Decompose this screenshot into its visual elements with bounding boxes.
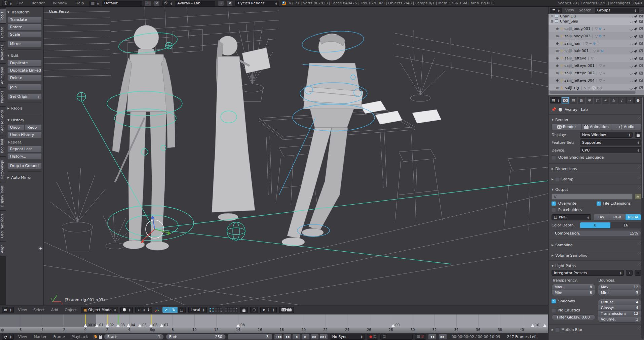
tab-retopology[interactable]: Retopology <box>0 157 6 182</box>
selectability-icon[interactable] <box>634 56 638 60</box>
expand-icon[interactable]: ⊕ <box>556 42 560 45</box>
stamp-checkbox[interactable] <box>555 177 560 181</box>
jump-prev-marker-button[interactable]: ◀◀ <box>428 334 437 340</box>
magnet-icon[interactable]: ∩ <box>263 308 266 312</box>
properties-scrollbar[interactable] <box>641 97 644 339</box>
armature-data-icon[interactable]: ♙ <box>588 86 591 90</box>
visibility-icon[interactable]: ◡ <box>630 86 633 90</box>
expand-icon[interactable]: ⊕ <box>556 64 560 68</box>
collapse-icon[interactable]: ⊖ <box>551 19 555 23</box>
mesh-data-icon[interactable]: ▽ <box>593 49 596 53</box>
outliner-row[interactable]: ⊕♙ saiji_rig| ∿♙♙◇◇ ◡ <box>548 84 644 90</box>
render-visibility-icon[interactable] <box>639 57 643 60</box>
screen-layout-name[interactable]: Default <box>102 1 142 6</box>
stamp-panel-header[interactable]: ▶Stamp <box>552 177 641 181</box>
editor-type-selector[interactable]: ⊞▲▼ <box>2 307 14 313</box>
timeline-editor-type-selector[interactable]: ◔▲▼ <box>2 334 14 340</box>
render-visibility-icon[interactable] <box>639 64 643 67</box>
tab-scene[interactable]: ◍ <box>578 97 585 103</box>
filter-glossy-field[interactable]: Filter Glossy: 0.00 <box>552 314 595 320</box>
render-visibility-icon[interactable] <box>639 20 643 23</box>
add-layout-button[interactable]: + <box>145 1 151 6</box>
link-icon[interactable]: ∞ <box>597 49 600 53</box>
transform-panel-header[interactable]: ▼Transform <box>7 10 42 14</box>
integrator-presets-select[interactable]: Integrator Presets▲▼ <box>552 270 624 276</box>
delete-button[interactable]: Delete <box>7 75 42 81</box>
dimensions-panel-header[interactable]: ▶Dimensions <box>552 167 641 171</box>
jump-next-marker-button[interactable]: ▶▶ <box>439 334 447 340</box>
pin-icon[interactable]: 📌 <box>551 107 556 112</box>
frame-end-field[interactable]: End:250 <box>166 334 226 340</box>
jump-to-end-button[interactable]: ▶▶❙ <box>319 334 328 340</box>
undo-button[interactable]: Undo <box>7 124 25 131</box>
screen-layout-icon[interactable]: ▥▲▼ <box>89 1 99 6</box>
render-visibility-icon[interactable] <box>639 42 643 45</box>
selectability-icon[interactable] <box>634 63 638 68</box>
osl-checkbox[interactable] <box>552 155 556 160</box>
outliner-row[interactable]: ⊕▽ saiji_lefteye.004| ▽∞ ◡ <box>548 77 644 84</box>
timeline-view-menu[interactable]: View <box>16 335 29 339</box>
rtools-panel-header[interactable]: ▶RTools <box>7 106 42 111</box>
placeholders-checkbox[interactable] <box>552 208 556 212</box>
output-path-field[interactable]: // <box>552 194 633 200</box>
history-menu-button[interactable]: History... <box>7 153 42 160</box>
timeline-keyframe-area[interactable]: 001001020304050607080910 <box>0 314 548 327</box>
feature-set-select[interactable]: Supported▲▼ <box>580 139 641 145</box>
bounces-max-field[interactable]: Max:12 <box>598 284 641 290</box>
collapse-icon[interactable]: ⊖ <box>551 14 555 17</box>
tab-constraints[interactable]: ∞ <box>602 97 609 103</box>
menu-render[interactable]: Render <box>29 1 47 5</box>
transmission-bounces-field[interactable]: Transmission:12 <box>598 311 641 316</box>
render-visibility-icon[interactable] <box>639 35 643 38</box>
pose-icon[interactable]: ∿ <box>583 86 586 90</box>
visibility-icon[interactable]: ◡ <box>630 41 633 46</box>
tab-create[interactable]: Create <box>0 24 6 41</box>
expand-icon[interactable]: ⊕ <box>556 49 560 53</box>
bounces-min-field[interactable]: Min:3 <box>598 290 641 296</box>
display-select[interactable]: New Window▲▼ <box>580 132 633 138</box>
duplicate-linked-button[interactable]: Duplicate Linked <box>7 67 42 74</box>
timeline-lock-icon[interactable] <box>99 336 102 339</box>
window-type-selector[interactable]: ⓘ▲▼ <box>2 1 12 6</box>
expand-icon[interactable]: ⊕ <box>556 86 560 90</box>
render-panel-header[interactable]: ▼Render <box>552 118 641 122</box>
depth-8-button[interactable]: 8 <box>580 222 611 228</box>
opengl-render-still-icon[interactable] <box>281 308 286 311</box>
remove-preset-button[interactable]: − <box>635 270 641 276</box>
jump-to-start-button[interactable]: ❙◀◀ <box>274 334 282 340</box>
modifiers-icon[interactable]: ∷ <box>597 42 599 45</box>
mesh-data-icon[interactable]: ▽ <box>595 27 598 31</box>
rotate-manipulator-toggle[interactable]: ↻ <box>170 307 178 313</box>
sampling-panel-header[interactable]: ▶Sampling <box>552 243 641 247</box>
render-visibility-icon[interactable] <box>639 49 643 52</box>
mesh-data-icon[interactable]: ▽ <box>591 56 594 60</box>
rgb-button[interactable]: RGB <box>609 214 625 220</box>
mesh-data-icon[interactable]: ▽ <box>595 34 598 38</box>
tab-object[interactable]: ▢ <box>594 97 601 103</box>
link-icon[interactable]: ∞ <box>603 79 605 82</box>
motion-blur-checkbox[interactable] <box>555 328 560 332</box>
mesh-data-icon[interactable]: ▽ <box>585 42 588 45</box>
outliner-display-filter[interactable]: Groups▲▼ <box>595 8 639 13</box>
undo-history-button[interactable]: Undo History <box>7 132 42 138</box>
glossy-bounces-field[interactable]: Glossy:4 <box>598 305 641 311</box>
audio-button[interactable]: ◁)Audio <box>611 124 641 130</box>
volume-bounces-field[interactable]: Volume:1 <box>598 316 641 322</box>
diffuse-bounces-field[interactable]: Diffuse:4 <box>598 299 641 305</box>
outliner-search-menu[interactable]: Search <box>577 8 593 12</box>
outliner-row[interactable]: ⊕▽ saiji_hair| ▽∞⚙∷ ◡ <box>548 40 644 47</box>
render-button[interactable]: Render <box>552 124 582 130</box>
tab-bone[interactable]: ∕ <box>618 97 626 103</box>
tab-tools[interactable]: Tools <box>0 9 6 23</box>
motion-blur-panel-header[interactable]: ▶Motion Blur <box>552 328 641 332</box>
timeline-frame-menu[interactable]: Frame <box>51 335 67 339</box>
outliner-row[interactable]: ⊖ Char_Liu ◡ <box>548 14 644 17</box>
outliner-row[interactable]: ⊕▽ saiji_hair.001| ▽∞⚙ ◡ <box>548 47 644 54</box>
edit-panel-header[interactable]: ▼Edit <box>7 53 42 58</box>
mirror-button[interactable]: Mirror <box>7 41 42 47</box>
prev-keyframe-button[interactable]: ◀◀ <box>283 334 292 340</box>
properties-editor-type-selector[interactable]: ▤▲▼ <box>550 97 561 103</box>
history-panel-header[interactable]: ▼History <box>7 118 42 122</box>
selectability-icon[interactable] <box>634 19 638 23</box>
visibility-icon[interactable]: ◡ <box>630 27 633 31</box>
